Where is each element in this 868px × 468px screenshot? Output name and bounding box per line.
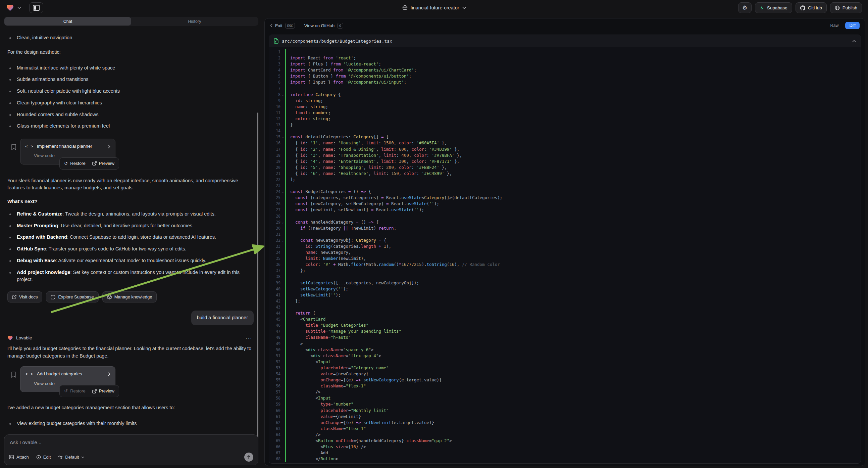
publish-label: Publish: [842, 5, 857, 10]
code-line: 23: [269, 183, 861, 189]
toggle-sidebar-button[interactable]: [29, 2, 43, 13]
project-switcher[interactable]: financial-future-creator: [402, 0, 466, 16]
chevron-right-icon[interactable]: [108, 145, 111, 148]
code-line: 34 name: newCategory,: [269, 250, 861, 256]
code-line: 14: [269, 128, 861, 134]
design-heading: For the design aesthetic:: [7, 49, 254, 56]
chat-panel: Chat History Clean, intuitive navigation…: [4, 17, 258, 466]
list-item: View existing budget categories with the…: [7, 420, 254, 428]
code-line: 4import ChartCard from '@/components/ui/…: [269, 67, 861, 73]
code-line: 8⌄interface Category {: [269, 92, 861, 98]
code-line: 55 onChange={(e) => setNewCategory(e.tar…: [269, 377, 861, 383]
view-on-github-button[interactable]: View on GitHub G: [304, 23, 343, 29]
version-card-implement-financial-planner[interactable]: < > Implement financial planner View cod…: [20, 139, 116, 165]
preview-button[interactable]: Preview: [92, 388, 115, 394]
code-line: 68 </Button>: [269, 456, 861, 462]
whats-next-heading: What's next?: [7, 198, 254, 205]
restore-button[interactable]: ↺ Restore: [64, 388, 85, 394]
supabase-bolt-icon: [760, 5, 764, 10]
list-item: Debug with Ease: Activate our experiment…: [7, 257, 254, 265]
code-line: 31: [269, 231, 861, 237]
supabase-label: Supabase: [767, 5, 787, 10]
external-link-icon: [92, 389, 97, 393]
edit-mode-button[interactable]: Edit: [36, 455, 51, 460]
restore-icon: ↺: [64, 388, 68, 394]
code-line: 49 >: [269, 341, 861, 347]
assistant-header: Lovable ···: [7, 335, 254, 342]
chat-scrollback[interactable]: Clean, intuitive navigation For the desi…: [4, 28, 254, 430]
top-bar: financial-future-creator ⚙ Supabase GitH…: [0, 0, 868, 16]
attach-button[interactable]: Attach: [9, 455, 29, 460]
manage-knowledge-button[interactable]: Manage knowledge: [102, 291, 157, 302]
list-item: Refine & Customize: Tweak the design, an…: [7, 210, 254, 218]
chevron-left-icon: [270, 24, 273, 28]
code-line: 42 };: [269, 298, 861, 304]
version-card-add-budget-categories[interactable]: < > Add budget categories View code ↺ Re…: [20, 366, 116, 392]
list-item: Glass-morphic elements for a premium fee…: [7, 122, 254, 130]
code-line: 47 subtitle="Manage your spending limits…: [269, 328, 861, 334]
github-button[interactable]: GitHub: [796, 2, 827, 13]
publish-button[interactable]: Publish: [830, 2, 862, 13]
tab-history[interactable]: History: [131, 17, 258, 26]
chat-input[interactable]: Ask Lovable...: [10, 439, 253, 445]
g-key-badge: G: [337, 23, 343, 29]
code-line: 35 limit: Number(newLimit),: [269, 256, 861, 262]
workspace-chevron-icon[interactable]: [18, 7, 21, 9]
code-line: 21 { id: '6', name: 'Healthcare', limit:…: [269, 171, 861, 177]
mode-select[interactable]: Default: [58, 455, 84, 460]
target-icon: [36, 455, 41, 460]
project-name: financial-future-creator: [410, 5, 459, 10]
chevron-down-icon: [462, 7, 466, 9]
code-line: 37 };: [269, 268, 861, 273]
code-line: 5import { Button } from '@/components/ui…: [269, 73, 861, 79]
code-line: 3import { Plus } from 'lucide-react';: [269, 61, 861, 67]
list-item: Clean typography with clear hierarchies: [7, 99, 254, 107]
code-line: 46 title="Budget Categories": [269, 322, 861, 328]
code-line: 19 { id: '4', name: 'Entertainment', lim…: [269, 158, 861, 165]
chat-scrollbar[interactable]: [257, 113, 258, 450]
code-line: 56 className="flex-1": [269, 383, 861, 389]
code-line: 57 />: [269, 389, 861, 395]
restore-button[interactable]: ↺ Restore: [64, 160, 85, 167]
explore-supabase-button[interactable]: Explore Supabase: [46, 291, 98, 302]
code-line: 62 onChange={(e) => setNewLimit(e.target…: [269, 420, 861, 426]
code-line: 25 const [categories, setCategories] = R…: [269, 195, 861, 201]
version-title: Implement financial planner: [37, 143, 92, 150]
bookmark-icon[interactable]: [11, 372, 16, 378]
code-line: 24⌄const BudgetCategories = () => {: [269, 189, 861, 195]
settings-button[interactable]: ⚙: [738, 2, 751, 13]
code-line: 44 return (: [269, 310, 861, 316]
supabase-button[interactable]: Supabase: [755, 2, 792, 13]
tab-chat[interactable]: Chat: [4, 17, 131, 26]
restore-icon: ↺: [64, 160, 68, 167]
composer: Ask Lovable... Attach Edit Default: [4, 434, 258, 465]
code-view[interactable]: 12import React from 'react';3import { Pl…: [269, 47, 861, 463]
file-header[interactable]: src/components/budget/BudgetCategories.t…: [269, 35, 861, 47]
lovable-heart-logo[interactable]: [6, 4, 14, 11]
raw-toggle[interactable]: Raw: [827, 22, 842, 29]
visit-docs-button[interactable]: Visit docs: [7, 291, 42, 302]
panel-icon: [33, 5, 40, 11]
preview-button[interactable]: Preview: [92, 160, 115, 167]
send-button[interactable]: [244, 452, 253, 462]
code-line: 52 <Input: [269, 359, 861, 365]
file-path: src/components/budget/BudgetCategories.t…: [282, 39, 392, 43]
bookmark-icon[interactable]: [11, 144, 16, 150]
collapse-file-button[interactable]: [852, 40, 856, 42]
exit-button[interactable]: Exit ESC: [270, 23, 295, 29]
version-card-row: < > Add budget categories View code ↺ Re…: [11, 366, 254, 392]
gear-icon: ⚙: [742, 4, 747, 11]
arrow-up-icon: [247, 455, 251, 459]
more-options-button[interactable]: ···: [246, 335, 252, 342]
code-line: 66 <Plus size={16} />: [269, 444, 861, 450]
list-item: Minimalist interface with plenty of whit…: [7, 64, 254, 72]
diff-toggle[interactable]: Diff: [845, 22, 860, 29]
code-line: 6import { Input } from '@/components/ui/…: [269, 79, 861, 85]
code-line: 10 name: string;: [269, 104, 861, 110]
code-line: 41 setNewLimit('');: [269, 292, 861, 298]
code-line: 27 const [newLimit, setNewLimit] = React…: [269, 207, 861, 213]
code-line: 48 className="h-auto": [269, 334, 861, 341]
list-item: Rounded corners and subtle shadows: [7, 111, 254, 118]
chevron-right-icon[interactable]: [108, 372, 111, 376]
code-line: 53 placeholder="Category name": [269, 365, 861, 371]
